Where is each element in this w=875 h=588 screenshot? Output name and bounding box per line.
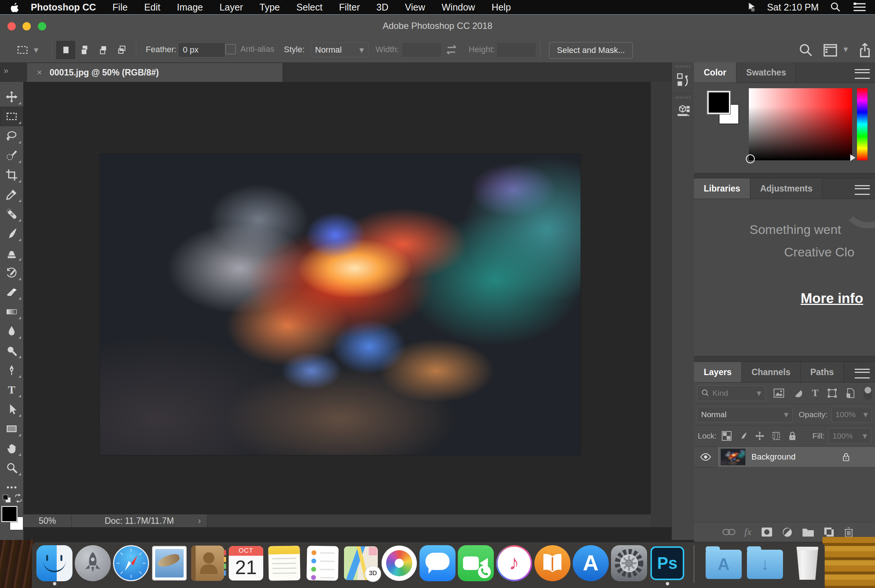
dock-contacts[interactable] — [190, 545, 226, 581]
blend-mode-select[interactable]: Normal▾ — [697, 407, 793, 422]
dock-books[interactable] — [534, 545, 570, 581]
document-image[interactable] — [100, 154, 581, 455]
3d-panel-icon[interactable] — [672, 100, 694, 123]
menu-image[interactable]: Image — [177, 2, 203, 13]
dock-mail[interactable] — [151, 545, 187, 581]
more-info-link[interactable]: More info — [801, 291, 863, 306]
menu-window[interactable]: Window — [442, 2, 475, 13]
tab-layers[interactable]: Layers — [694, 362, 742, 382]
layer-visibility-cell[interactable] — [694, 447, 718, 467]
pen-tool[interactable] — [0, 360, 23, 380]
layer-name[interactable]: Background — [751, 452, 795, 462]
zoom-tool[interactable] — [0, 458, 23, 478]
dock-applications-folder[interactable]: A — [706, 550, 742, 579]
foreground-color-swatch[interactable] — [2, 506, 17, 522]
subtract-from-selection-button[interactable] — [94, 41, 113, 59]
fill-input[interactable]: 100%▾ — [828, 428, 871, 444]
lock-position-icon[interactable] — [755, 431, 765, 441]
history-brush-tool[interactable] — [0, 263, 23, 282]
foreground-color-swatch[interactable] — [708, 91, 730, 114]
dock-calendar[interactable]: OCT 21 — [228, 545, 264, 581]
dock-app-store[interactable]: A — [573, 545, 609, 581]
panel-menu-icon[interactable] — [855, 69, 870, 79]
color-selector-ring[interactable] — [746, 154, 755, 163]
menu-filter[interactable]: Filter — [339, 2, 360, 13]
default-colors-icon[interactable] — [2, 494, 12, 504]
tab-libraries[interactable]: Libraries — [694, 178, 750, 199]
minimize-window-button[interactable] — [23, 22, 31, 30]
status-chevron-icon[interactable]: › — [198, 516, 201, 526]
dock-safari[interactable] — [113, 545, 149, 581]
delete-layer-icon[interactable] — [844, 527, 853, 537]
link-layers-icon[interactable] — [723, 528, 735, 536]
menu-3d[interactable]: 3D — [376, 2, 388, 13]
path-selection-tool[interactable] — [0, 400, 23, 419]
dock-messages[interactable] — [419, 545, 456, 581]
dock-itunes[interactable]: ♪ — [496, 545, 532, 581]
doc-size-info[interactable]: Doc: 11.7M/11.7M › — [72, 514, 207, 527]
swap-colors-icon[interactable] — [14, 493, 23, 503]
new-selection-button[interactable] — [56, 41, 75, 59]
zoom-level-field[interactable]: 50% — [23, 514, 72, 527]
dock-notes[interactable] — [266, 545, 302, 581]
panel-grip[interactable] — [676, 65, 691, 68]
dock-launchpad[interactable] — [75, 545, 111, 581]
width-input[interactable] — [402, 42, 442, 57]
menu-view[interactable]: View — [405, 2, 425, 13]
new-group-icon[interactable] — [802, 527, 814, 537]
menu-type[interactable]: Type — [259, 2, 280, 13]
feather-input[interactable]: 0 px — [178, 42, 225, 57]
hue-slider[interactable] — [857, 88, 867, 160]
learn-panel-icon[interactable] — [672, 69, 694, 93]
menu-file[interactable]: File — [113, 2, 128, 13]
dock-downloads-folder[interactable]: ↓ — [747, 550, 783, 579]
add-to-selection-button[interactable] — [75, 41, 94, 59]
tab-channels[interactable]: Channels — [742, 362, 801, 382]
type-tool[interactable]: T — [0, 380, 23, 400]
new-adjustment-layer-icon[interactable] — [782, 527, 792, 537]
menu-clock[interactable]: Sat 2:10 PM — [767, 2, 819, 13]
filter-type-layer-icon[interactable]: T — [812, 387, 818, 399]
search-icon[interactable] — [798, 43, 813, 57]
menu-select[interactable]: Select — [296, 2, 322, 13]
close-window-button[interactable] — [8, 22, 16, 30]
quick-selection-tool[interactable] — [0, 146, 23, 165]
panel-grip[interactable] — [676, 96, 691, 99]
tool-preset-picker[interactable]: ▾ — [15, 42, 38, 58]
height-input[interactable] — [496, 42, 536, 57]
kind-filter-select[interactable]: Kind ▾ — [697, 385, 765, 401]
layer-thumbnail[interactable] — [721, 449, 745, 465]
chevron-down-icon[interactable]: ▾ — [843, 44, 848, 54]
zoom-window-button[interactable] — [38, 22, 46, 30]
move-tool[interactable] — [0, 87, 23, 107]
hue-slider-thumb[interactable] — [850, 154, 855, 161]
opacity-input[interactable]: 100%▾ — [831, 407, 872, 422]
menu-layer[interactable]: Layer — [219, 2, 243, 13]
rectangular-marquee-tool[interactable] — [0, 107, 23, 126]
close-tab-icon[interactable]: × — [37, 67, 42, 78]
dock-photos[interactable] — [381, 545, 417, 581]
filter-adjustment-layer-icon[interactable] — [793, 388, 803, 398]
canvas-area[interactable]: 50% Doc: 11.7M/11.7M › — [23, 82, 651, 527]
add-layer-mask-icon[interactable] — [761, 527, 772, 537]
blur-tool[interactable] — [0, 321, 23, 341]
notification-center-icon[interactable] — [853, 2, 866, 12]
menu-help[interactable]: Help — [492, 2, 511, 13]
document-tab[interactable]: × 00015.jpg @ 50% (RGB/8#) — [27, 63, 282, 82]
layer-style-icon[interactable]: fx — [744, 526, 751, 538]
clone-stamp-tool[interactable] — [0, 243, 23, 263]
lock-all-icon[interactable] — [788, 431, 797, 441]
eyedropper-tool[interactable] — [0, 185, 23, 204]
lock-transparency-icon[interactable] — [722, 431, 732, 441]
dock-reminders[interactable] — [305, 545, 341, 581]
tab-color[interactable]: Color — [694, 62, 736, 83]
menu-edit[interactable]: Edit — [144, 2, 160, 13]
dock-trash[interactable] — [790, 545, 826, 581]
lasso-tool[interactable] — [0, 126, 23, 146]
tab-adjustments[interactable]: Adjustments — [750, 178, 822, 199]
rectangle-shape-tool[interactable] — [0, 419, 23, 439]
tab-paths[interactable]: Paths — [801, 362, 844, 382]
dock-system-preferences[interactable] — [611, 545, 647, 581]
window-title-bar[interactable]: Adobe Photoshop CC 2018 — [0, 14, 875, 38]
style-select[interactable]: Normal▾ — [310, 42, 369, 57]
